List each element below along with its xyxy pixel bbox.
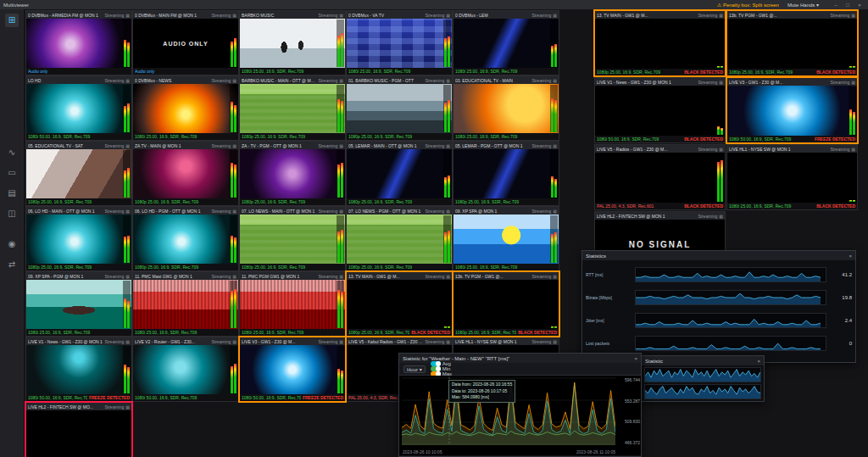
tile-menu-icon[interactable]: ▦ [553,274,557,279]
close-button[interactable]: × [854,3,865,8]
popup-close-icon[interactable]: × [634,356,637,361]
layout-grid-icon[interactable]: ⊞ [5,14,19,27]
tile-footer: 1080i 25.00, 16:9, SDR, Rec.709 [453,133,559,140]
tile-menu-icon[interactable]: ▦ [719,13,723,18]
maximize-button[interactable]: □ [843,3,853,8]
monitor-tile[interactable]: 07. LO NEWS - MAIN - OTT @ MON 1Streamin… [240,207,345,270]
monitor-tile[interactable]: ZA - TV - PGM - OTT @ MON 1Streaming▦108… [240,142,345,205]
monitor-icon[interactable]: ▭ [5,166,19,180]
tile-menu-icon[interactable]: ▦ [446,209,450,214]
tile-menu-icon[interactable]: ▦ [446,274,450,279]
statistics-row[interactable]: RTT [ms]41.2 [586,263,852,286]
statistics-panel[interactable]: Statistics × RTT [ms]41.2Bitrate [Mbps]1… [581,250,856,363]
tile-menu-icon[interactable]: ▦ [125,339,130,344]
mini-statistics-panel[interactable]: Statistic × [641,355,765,402]
tile-menu-icon[interactable]: ▦ [339,209,343,214]
monitor-tile[interactable]: ZA TV - MAIN @ MON 1Streaming▦1080p 25.0… [133,142,238,205]
monitor-tile[interactable]: LO HDStreaming▦1080i 50.00, 16:9, SDR, R… [26,76,131,140]
tile-menu-icon[interactable]: ▦ [446,78,450,83]
monitor-tile[interactable]: 0 DVBMux - MAIN FM @ MON 1Streaming▦AUDI… [133,11,238,75]
tile-menu-icon[interactable]: ▦ [339,78,343,83]
tile-menu-icon[interactable]: ▦ [553,13,557,18]
playlist-icon[interactable]: ▤ [5,187,19,200]
monitor-tile[interactable]: 09. XP SPA @ MON 1Streaming▦1080i 25.00,… [453,207,559,270]
tile-menu-icon[interactable]: ▦ [125,274,130,279]
record-icon[interactable]: ◉ [5,237,19,251]
range-select[interactable]: Hour ▾ [403,365,426,373]
titlebar: Multiviewer ⚠ Penalty box: Split screen … [0,0,868,9]
split-view-icon[interactable]: ◫ [5,207,19,220]
tile-menu-icon[interactable]: ▦ [125,209,130,214]
tile-menu-icon[interactable]: ▦ [719,147,723,152]
monitor-tile[interactable]: LIVE HL2 - FINTECH SW @ MO...Streaming▦ [26,403,131,457]
monitor-tile[interactable]: 07. LO NEWS - PGM - OTT @ MON 1Streaming… [347,207,452,270]
monitor-tile[interactable]: 06. LO HD - MAIN - OTT @ MON 1Streaming▦… [26,207,131,270]
monitor-tile[interactable]: LIVE HL1 - NYSE SW @ MON 1Streaming▦1080… [727,145,857,209]
tile-menu-icon[interactable]: ▦ [553,339,557,344]
tile-menu-icon[interactable]: ▦ [339,274,343,279]
statistics-panel-close-icon[interactable]: × [849,254,852,259]
tile-menu-icon[interactable]: ▦ [553,143,557,148]
statistics-row[interactable]: Bitrate [Mbps]19.8 [586,286,852,309]
tile-menu-icon[interactable]: ▦ [851,147,855,152]
monitor-tile[interactable]: 13. TV MAIN - GW1 @ M...Streaming▦1080p … [347,272,452,336]
tile-menu-icon[interactable]: ▦ [232,78,236,83]
monitor-tile[interactable]: 01. BARBKO MUSIC - PGM - OTTStreaming▦10… [347,76,452,140]
tile-menu-icon[interactable]: ▦ [851,13,855,18]
tile-menu-icon[interactable]: ▦ [719,214,723,219]
monitor-tile[interactable]: BARBKO MUSICStreaming▦1080i 25.00, 16:9,… [240,11,345,75]
tile-menu-icon[interactable]: ▦ [339,143,343,148]
tile-menu-icon[interactable]: ▦ [446,13,450,18]
route-icon[interactable]: ⇄ [5,258,19,271]
monitor-tile[interactable]: LIVE V1 - News - GW1 - Z30 @ MON 1Stream… [595,78,725,142]
monitor-tile[interactable]: 0 DVBMux - VA TVStreaming▦1080i 25.00, 1… [347,11,452,75]
tile-menu-icon[interactable]: ▦ [446,143,450,148]
monitor-tile[interactable]: 11. PMC PGM GW1 @ MON 1Streaming▦1080i 2… [240,272,345,336]
monitor-tile[interactable]: LIVE V1 - News - GW1 - Z30 @ MON 1Stream… [26,337,131,401]
monitor-tile[interactable]: 0 DVBMux - ARMEDIA FM @ MON 1Streaming▦A… [26,11,131,75]
tile-menu-icon[interactable]: ▦ [232,13,236,18]
tile-menu-icon[interactable]: ▦ [851,80,855,85]
monitor-tile[interactable]: 13b. TV PGM - GW1 @...Streaming▦1080p 25… [453,272,559,336]
statistics-row[interactable]: Jitter [ms]2.4 [586,309,852,332]
tile-menu-icon[interactable]: ▦ [125,143,130,148]
tile-menu-icon[interactable]: ▦ [446,339,450,344]
penalty-box-warning[interactable]: ⚠ Penalty box: Split screen [717,2,779,8]
monitor-tile[interactable]: 0 DVBMux - NEWSStreaming▦1080i 25.00, 16… [133,76,238,140]
tile-menu-icon[interactable]: ▦ [232,339,236,344]
monitor-tile[interactable]: LIVE V3 - GW1 - Z30 @ M...Streaming▦1080… [240,337,345,401]
mini-panel-close-icon[interactable]: × [757,359,760,364]
monitor-tile[interactable]: 05. LEMAR - PGM - OTT @ MON 1Streaming▦1… [453,142,559,205]
monitor-tile[interactable]: 05. LEMAR - MAIN - OTT @ MON 1Streaming▦… [347,142,452,205]
monitor-tile[interactable]: 0 DVBMux - LEMStreaming▦1080i 25.00, 16:… [453,11,559,75]
tile-menu-icon[interactable]: ▦ [339,13,343,18]
tile-menu-icon[interactable]: ▦ [553,209,557,214]
tile-menu-icon[interactable]: ▦ [339,339,343,344]
tile-menu-icon[interactable]: ▦ [125,13,130,18]
tile-menu-icon[interactable]: ▦ [232,143,236,148]
monitor-tile[interactable]: LIVE V5 - Radios - GW1 - Z30 @ M...Strea… [595,145,725,209]
monitor-tile[interactable]: 05. EDUCATIONAL TV - SATStreaming▦1080p … [26,142,131,205]
monitor-tile[interactable]: 09. XP SPA - PGM @ MON 1Streaming▦1080i … [26,272,131,336]
monitor-tile[interactable]: LIVE V3 - GW1 - Z30 @ M...Streaming▦1080… [727,78,857,142]
tile-menu-icon[interactable]: ▦ [125,78,130,83]
monitor-tile[interactable]: 13b. TV PGM - GW1 @...Streaming▦1080p 25… [727,11,857,75]
tile-format-info: 1080p 25.00, 16:9, SDR, Rec.709 [135,265,236,270]
monitor-tile[interactable]: BARBKO MUSIC - MAIN - OTT @ MO...Streami… [240,76,345,140]
rtt-statistics-popup[interactable]: Statistic for "Weather - Main - NEW" "RT… [398,353,642,457]
monitor-tile[interactable]: LIVE V2 - Router - GW1 - Z30...Streaming… [133,337,238,401]
tile-menu-icon[interactable]: ▦ [719,80,723,85]
minimize-button[interactable]: – [831,3,841,8]
monitor-tile[interactable]: 06. LO HD - PGM - OTT @ MON 1Streaming▦1… [133,207,238,270]
tile-menu-icon[interactable]: ▦ [125,404,130,410]
tile-menu-icon[interactable]: ▦ [232,209,236,214]
tile-menu-icon[interactable]: ▦ [553,78,557,83]
tile-menu-icon[interactable]: ▦ [232,274,236,279]
monitor-tile[interactable]: 03. EDUCATIONAL TV - MAINStreaming▦1080i… [453,76,559,140]
monitor-tile[interactable]: 11. PMC Mast GW1 @ MON 1Streaming▦1080i … [133,272,238,336]
waveform-icon[interactable]: ∿ [5,146,19,159]
tile-format-info: 1080i 25.00, 16:9, SDR, Rec.709 [135,134,236,139]
monitor-tile[interactable]: 13. TV MAIN - GW1 @ M...Streaming▦1080p … [595,11,725,75]
mute-hands-menu[interactable]: Mute Hands ▾ [787,2,819,8]
statistics-row[interactable]: Lost packets0 [586,332,852,354]
